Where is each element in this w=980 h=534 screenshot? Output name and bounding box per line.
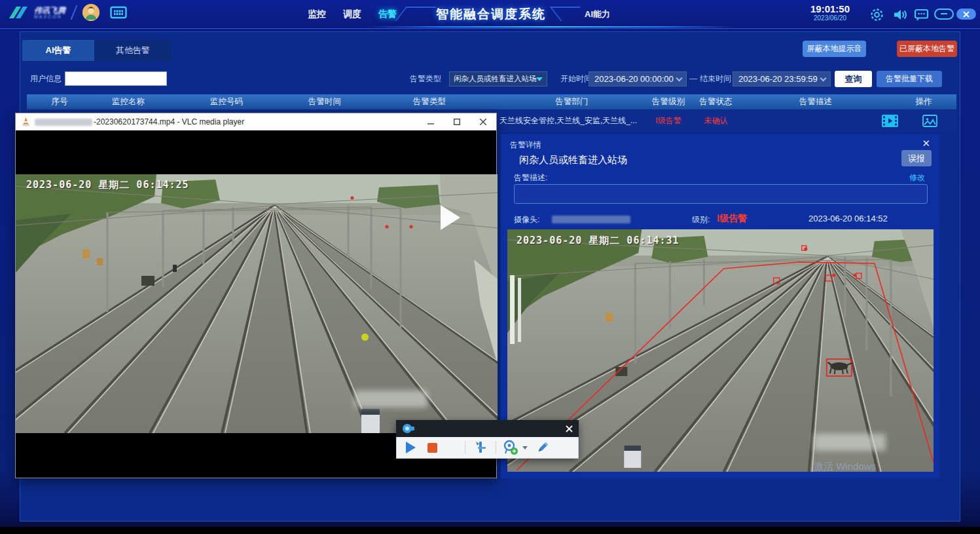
close-icon xyxy=(963,11,970,18)
user-info-input[interactable] xyxy=(65,71,167,86)
col-monitor-number: 监控号码 xyxy=(164,94,289,109)
batch-download-button[interactable]: 告警批量下载 xyxy=(877,71,942,87)
range-dash: — xyxy=(689,71,697,86)
view-image-icon[interactable] xyxy=(922,115,937,136)
divider xyxy=(71,5,78,20)
capture-tool-icon[interactable] xyxy=(475,440,488,455)
camera-label: 摄像头: xyxy=(514,214,539,225)
play-video-icon[interactable] xyxy=(882,115,898,136)
title-underline xyxy=(367,26,736,28)
start-time-input[interactable]: 2023-06-20 00:00:00 xyxy=(589,71,687,86)
table-header: 序号 监控名称 监控号码 告警时间 告警类型 告警部门 告警级别 告警状态 告警… xyxy=(27,94,956,109)
false-alarm-button[interactable]: 误报 xyxy=(901,150,932,166)
alarm-type-label: 告警类型 xyxy=(410,71,441,86)
add-camera-icon[interactable] xyxy=(503,440,518,455)
chevron-down-icon xyxy=(676,75,683,82)
bottom-edge-bar xyxy=(0,527,980,534)
alarm-type-select[interactable]: 闲杂人员或牲畜进入站场 xyxy=(449,71,547,86)
app-title: 智能融合调度系统 xyxy=(419,6,563,23)
message-icon[interactable] xyxy=(914,7,930,22)
end-time-input[interactable]: 2023-06-20 23:59:59 xyxy=(733,71,831,86)
alarm-time-value: 2023-06-20 06:14:52 xyxy=(808,214,888,223)
nav-alarm[interactable]: 告警 xyxy=(378,9,397,20)
phone-icon[interactable] xyxy=(110,5,127,20)
snapshot-timestamp: 2023-06-20 星期二 06:14:31 xyxy=(517,235,680,247)
col-alarm-level: 告警级别 xyxy=(645,94,691,109)
col-alarm-time: 告警时间 xyxy=(289,94,361,109)
detail-alarm-name: 闲杂人员或牲畜进入站场 xyxy=(519,154,627,166)
end-time-label: 结束时间 xyxy=(700,71,731,86)
dropdown-arrow-icon xyxy=(536,77,543,81)
modify-link[interactable]: 修改 xyxy=(909,172,925,183)
col-monitor-name: 监控名称 xyxy=(92,94,164,109)
record-stop-button[interactable] xyxy=(427,443,437,453)
brand-logo: 伟讯飞腾 MAXCON xyxy=(8,4,127,21)
col-alarm-desc: 告警描述 xyxy=(740,94,891,109)
recorder-controls xyxy=(396,437,579,459)
redacted-watermark xyxy=(814,434,886,451)
settings-gear-icon[interactable] xyxy=(869,7,884,22)
row-level: Ⅰ级告警 xyxy=(645,110,691,132)
blocked-local-alarm-button[interactable]: 已屏蔽本地告警 xyxy=(897,41,957,57)
col-alarm-type: 告警类型 xyxy=(361,94,498,109)
detection-dot xyxy=(361,334,369,341)
detail-close-icon[interactable]: ✕ xyxy=(922,138,930,149)
detail-panel-title: 告警详情 xyxy=(510,140,541,151)
speaker-icon[interactable] xyxy=(892,7,908,22)
alarm-desc-label: 告警描述: xyxy=(514,172,547,183)
minimize-button[interactable] xyxy=(934,9,954,20)
level-value: Ⅰ级告警 xyxy=(717,213,747,225)
row-status: 未确认 xyxy=(691,110,740,132)
video-timestamp: 2023-06-20 星期二 06:14:25 xyxy=(26,179,189,191)
divider xyxy=(465,441,465,454)
recorder-close-icon[interactable] xyxy=(566,425,573,432)
col-index: 序号 xyxy=(27,94,92,109)
user-avatar[interactable] xyxy=(82,4,100,21)
alarm-type-value: 闲杂人员或牲畜进入站场 xyxy=(454,75,537,83)
col-operation: 操作 xyxy=(891,94,956,109)
activate-windows-watermark: 激活 Windows xyxy=(814,461,876,473)
clock-date: 2023/06/20 xyxy=(810,14,850,22)
clock-time: 19:01:50 xyxy=(810,3,850,14)
mute-local-sound-button[interactable]: 屏蔽本地提示音 xyxy=(803,41,866,57)
user-info-label: 用户信息 xyxy=(30,71,62,86)
tab-other-alarm[interactable]: 其他告警 xyxy=(94,40,172,61)
col-alarm-status: 告警状态 xyxy=(691,94,740,109)
record-play-button[interactable] xyxy=(406,442,416,453)
chevron-down-icon xyxy=(820,75,827,82)
row-department: 天兰线安全管控,天兰线_安监,天兰线_... xyxy=(499,110,647,132)
level-label: 级别: xyxy=(692,214,710,225)
redacted-filename xyxy=(35,119,92,126)
redacted-camera-name xyxy=(552,216,630,223)
close-button[interactable] xyxy=(956,9,976,20)
app-window: 伟讯飞腾 MAXCON 监控 调度 告警 智能融合调度系统 AI能力 19:01… xyxy=(0,0,980,534)
col-alarm-department: 告警部门 xyxy=(498,94,645,109)
logo-text: 伟讯飞腾 MAXCON xyxy=(34,7,65,19)
divider xyxy=(496,441,496,454)
camera-dropdown-caret[interactable] xyxy=(522,446,528,449)
camera-icon xyxy=(402,423,415,434)
vlc-minimize-button[interactable] xyxy=(418,113,444,130)
query-button[interactable]: 查询 xyxy=(835,71,872,87)
top-header: 伟讯飞腾 MAXCON 监控 调度 告警 智能融合调度系统 AI能力 19:01… xyxy=(0,0,980,29)
recorder-toolbar[interactable] xyxy=(396,420,579,459)
vlc-play-overlay-icon[interactable] xyxy=(441,205,460,230)
nav-ai-capability[interactable]: AI能力 xyxy=(585,9,610,20)
start-time-label: 开始时间 xyxy=(560,71,592,86)
main-nav: 监控 调度 告警 xyxy=(308,0,397,29)
vlc-maximize-button[interactable] xyxy=(444,113,470,130)
vlc-window-title: -20230620173744.mp4 - VLC media player xyxy=(94,117,244,126)
vlc-title-bar[interactable]: -20230620173744.mp4 - VLC media player xyxy=(16,113,496,130)
alarm-desc-input[interactable] xyxy=(514,184,928,204)
vlc-close-button[interactable] xyxy=(470,113,496,130)
annotate-pencil-icon[interactable] xyxy=(535,440,550,455)
vlc-cone-icon xyxy=(21,117,31,127)
vlc-video-frame[interactable]: 2023-06-20 星期二 06:14:25 xyxy=(16,174,498,433)
nav-dispatch[interactable]: 调度 xyxy=(343,9,361,20)
logo-icon xyxy=(8,4,30,21)
nav-monitor[interactable]: 监控 xyxy=(308,9,326,20)
tab-ai-alarm[interactable]: AI告警 xyxy=(22,40,94,61)
recorder-title-bar[interactable] xyxy=(396,420,579,437)
redacted-watermark xyxy=(354,391,427,408)
clock: 19:01:50 2023/06/20 xyxy=(810,3,850,22)
